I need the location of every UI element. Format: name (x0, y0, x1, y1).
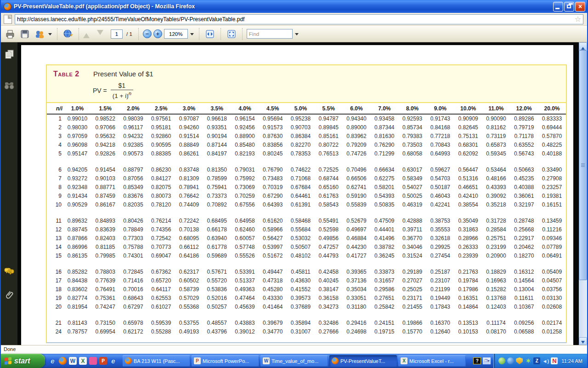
scroll-up-button[interactable] (579, 42, 587, 50)
pv-cell: 0.95147 (63, 149, 91, 158)
fit-width-button[interactable] (204, 28, 216, 40)
zoom-out-button[interactable]: − (143, 29, 152, 38)
pv-header-cell: 1.5% (91, 103, 119, 114)
pv-cell: 0.26333 (454, 242, 482, 251)
pv-cell: 0.41552 (287, 285, 315, 293)
key-icon[interactable] (89, 357, 97, 365)
pv-cell: 0.54393 (370, 191, 398, 200)
period-cell: 18 (47, 285, 63, 293)
zoom-dropdown[interactable] (190, 33, 194, 37)
pv-cell: 0.75361 (91, 293, 119, 302)
pv-cell: 0.33490 (538, 165, 566, 174)
save-button[interactable] (18, 28, 31, 40)
messenger-tray-icon[interactable] (498, 357, 505, 364)
show-desktop-icon[interactable]: ❐▾ (483, 357, 491, 364)
zoom-in-button[interactable]: + (153, 29, 162, 38)
fit-page-button[interactable] (225, 28, 238, 40)
pv-cell: 0.19449 (426, 293, 454, 302)
pv-cell: 0.83333 (538, 114, 566, 123)
collaborate-button[interactable] (33, 28, 46, 40)
pv-cell: 0.45280 (259, 285, 287, 293)
start-button[interactable]: start (1, 354, 45, 368)
next-page-button[interactable] (97, 30, 103, 38)
pv-cell: 0.45811 (287, 267, 315, 276)
pv-cell: 0.84197 (203, 149, 231, 158)
pv-cell: 0.98039 (119, 114, 147, 123)
find-input[interactable] (247, 29, 293, 39)
pv-table-body: 10.990100.985220.980390.975610.970870.96… (47, 114, 566, 336)
pv-cell: 0.76642 (175, 191, 203, 200)
search-binoculars-icon[interactable] (4, 80, 15, 91)
pv-cell: 0.73150 (91, 318, 119, 327)
close-button[interactable]: × (575, 2, 585, 12)
bookmark-star-icon[interactable]: ☆ (575, 16, 581, 23)
pv-cell: 0.70496 (343, 165, 371, 174)
update-tray-icon[interactable]: ✶ (525, 357, 531, 364)
pv-cell: 0.84438 (63, 276, 91, 285)
pv-cell: 0.37689 (287, 302, 315, 311)
network-tray-icon[interactable] (507, 357, 514, 364)
pv-cell: 0.68301 (454, 140, 482, 149)
find-dropdown[interactable] (295, 33, 299, 37)
restore-button[interactable] (564, 2, 574, 12)
url-input[interactable] (17, 16, 575, 23)
previous-page-button[interactable] (83, 30, 90, 38)
firefox-icon[interactable] (59, 357, 67, 365)
pv-cell: 0.89845 (315, 123, 343, 132)
pv-cell: 0.86384 (287, 132, 315, 140)
pv-cell: 0.96618 (203, 114, 231, 123)
pv-cell: 0.27651 (370, 293, 398, 302)
pv-cell: 0.52679 (343, 216, 371, 225)
comments-panel-icon[interactable] (4, 266, 15, 277)
taskbar-button[interactable]: XMicrosoft Excel - r... (398, 355, 466, 367)
pv-cell: 0.31657 (370, 276, 398, 285)
excel-icon[interactable]: X (79, 357, 87, 365)
pv-cell: 0.21199 (426, 285, 454, 293)
powerpoint-icon[interactable]: P (99, 357, 107, 365)
scrollbar-thumb[interactable] (579, 50, 587, 280)
url-field[interactable]: ☆ (15, 14, 583, 24)
internet-explorer-icon[interactable]: e (49, 357, 57, 365)
table-row: 30.970590.956320.942320.928600.915140.90… (47, 132, 566, 140)
pdf-toolbar: / 1 − + 120% (1, 26, 587, 42)
word-icon[interactable]: W (69, 357, 77, 365)
outlook-icon[interactable]: e (109, 357, 117, 365)
taskbar-button-label: Microsoft Excel - r... (409, 358, 454, 364)
pv-cell: 0.25668 (510, 225, 538, 234)
print-button[interactable] (4, 28, 17, 40)
volume-tray-icon[interactable]: ◄) (542, 357, 549, 364)
pv-header-cell: 5.0% (287, 103, 315, 114)
page-number-input[interactable] (111, 29, 123, 39)
pv-cell: 0.61027 (147, 302, 175, 311)
pv-cell: 0.12640 (426, 327, 454, 336)
attachments-paperclip-icon[interactable] (4, 290, 15, 301)
pv-cell: 0.78803 (91, 267, 119, 276)
vertical-scrollbar[interactable] (579, 42, 587, 345)
pv-cell: 0.39711 (398, 225, 426, 234)
taskbar-button[interactable]: PMicrosoft PowerPo... (192, 355, 259, 367)
zoom-level-select[interactable]: 120% (164, 29, 188, 39)
taskbar-button[interactable]: WTime_value_of_mo... (260, 355, 328, 367)
pv-cell: 0.38753 (426, 216, 454, 225)
zone-tray-icon[interactable]: Z (533, 357, 540, 364)
pv-cell: 0.52016 (203, 293, 231, 302)
pv-cell: 0.97561 (147, 114, 175, 123)
norton-tray-icon[interactable]: N (551, 357, 558, 364)
pv-header-cell: 4.5% (259, 103, 287, 114)
minimize-button[interactable] (553, 2, 563, 12)
pv-header-cell: 1.0% (63, 103, 91, 114)
scroll-down-button[interactable] (579, 337, 587, 345)
web-search-button[interactable] (62, 28, 74, 40)
table-label: Table 2 (53, 70, 79, 78)
language-bar-icon[interactable]: ? (473, 357, 481, 364)
period-cell: 12 (47, 225, 63, 234)
pv-formula: PV = $1 (1 + i)n (93, 82, 566, 99)
collaborate-dropdown[interactable] (48, 33, 52, 37)
taskbar-button[interactable]: PV-PresentValueT... (329, 355, 397, 367)
pv-cell: 0.76790 (259, 165, 287, 174)
taskbar-button[interactable]: BA 213 W11 (Pasc... (123, 355, 190, 367)
pv-cell: 0.14564 (510, 276, 538, 285)
pages-panel-icon[interactable] (4, 49, 15, 60)
shield-tray-icon[interactable] (516, 357, 523, 364)
pv-cell: 0.11216 (538, 225, 566, 234)
